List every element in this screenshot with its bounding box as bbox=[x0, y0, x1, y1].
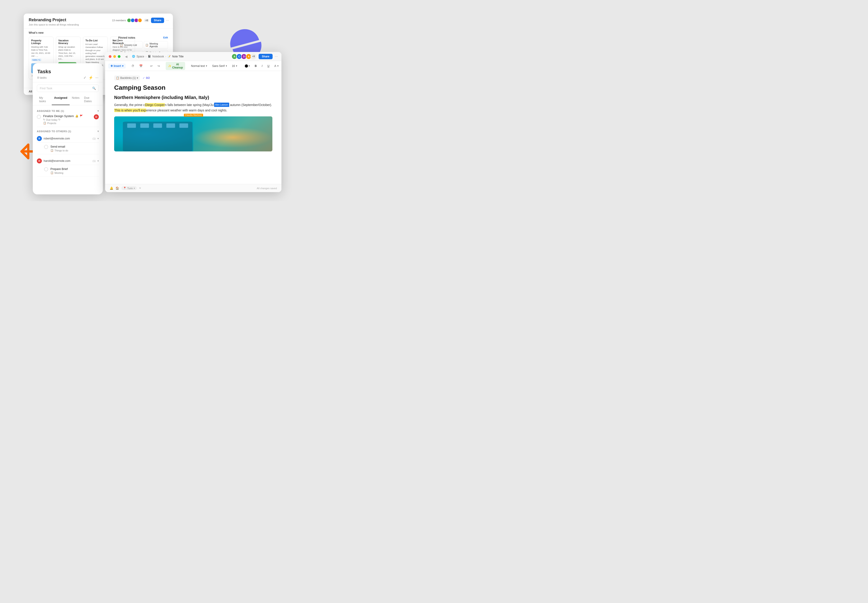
pinned-item-grocery[interactable]: 📋 Grocery List bbox=[118, 41, 142, 49]
note-paragraph: Generally, the prime cDiego Coopern fall… bbox=[114, 102, 272, 113]
task-note-ref: 📋 Meeting bbox=[50, 171, 99, 174]
nav-back-icon[interactable]: ◀ bbox=[125, 55, 127, 58]
tasks-search-bar[interactable]: Find Task 🔍 bbox=[37, 85, 99, 92]
chevron-down-icon: ▾ bbox=[97, 137, 99, 140]
font-dropdown[interactable]: Sans Serif bbox=[210, 63, 229, 68]
paragraph-text: autumn (September/October). bbox=[229, 103, 272, 107]
assignee-harold[interactable]: H harold@evernote.com (1) ▾ bbox=[37, 157, 99, 165]
pinned-item-label: Grocery List bbox=[124, 43, 137, 46]
location-label: Turin bbox=[127, 187, 133, 190]
task-checkbox[interactable] bbox=[44, 167, 48, 171]
undo-button[interactable]: ↩ bbox=[149, 63, 155, 68]
task-name: Finalize Design System bbox=[43, 114, 74, 118]
window-maximize-button[interactable] bbox=[118, 55, 121, 58]
task-project: 📋 Projects bbox=[43, 122, 91, 125]
tasks-title: Tasks bbox=[37, 69, 98, 74]
task-checkbox[interactable] bbox=[44, 145, 48, 149]
note-more-button[interactable]: ··· bbox=[275, 54, 278, 59]
rebranding-share-button[interactable]: Share bbox=[151, 18, 164, 23]
backlinks-button[interactable]: 📋 Backlinks (1) ▾ bbox=[114, 76, 140, 80]
user-cursor-diego: Diego Cooper bbox=[145, 103, 165, 107]
note-icon: 📋 bbox=[145, 43, 149, 46]
notification-bell-icon[interactable]: 🔔 bbox=[110, 187, 113, 190]
assignee-name: harold@evernote.com bbox=[43, 159, 91, 162]
italic-button[interactable]: I bbox=[260, 63, 264, 68]
tab-due-dates[interactable]: Due Dates bbox=[82, 94, 99, 105]
insert-label: Insert bbox=[114, 64, 121, 68]
assignee-robert[interactable]: R robert@evernote.com (1) ▾ bbox=[37, 135, 99, 142]
highlight-dropdown[interactable]: A bbox=[272, 63, 280, 68]
tab-my-tasks[interactable]: My tasks bbox=[37, 94, 52, 105]
members-badge: +9 bbox=[144, 19, 149, 22]
text-style-dropdown[interactable]: Normal text bbox=[189, 63, 209, 68]
breadcrumb: 🌐 Space › 📓 Notebook › 📝 Note Title bbox=[132, 55, 231, 58]
tab-assigned[interactable]: Assigned bbox=[52, 94, 70, 105]
breadcrumb-space[interactable]: Space bbox=[136, 55, 144, 58]
color-button[interactable]: ▾ bbox=[243, 63, 252, 68]
assignee-count: (1) bbox=[93, 137, 96, 140]
tasks-more-icon[interactable]: ··· bbox=[95, 76, 98, 80]
bell-icon: 🔔 bbox=[75, 114, 79, 118]
user-cursor-claudia-tag: Claudia Martinez bbox=[184, 114, 203, 117]
note-editor-window: ◀ 🌐 Space › 📓 Notebook › 📝 Note Title A … bbox=[105, 52, 282, 192]
svg-rect-8 bbox=[166, 124, 175, 128]
note-share-button[interactable]: Share bbox=[258, 54, 272, 59]
pinned-notes-title: Pinned notes bbox=[118, 36, 135, 39]
paragraph-text: Generally, the prime c bbox=[114, 103, 145, 107]
task-send-email[interactable]: Send email 📋 Things to do bbox=[37, 144, 99, 155]
note-statusbar: 🔔 🏠 📍 Turin ▾ ✕ All changes saved bbox=[105, 184, 282, 192]
members-count: 13 members bbox=[112, 19, 126, 22]
backlinks-icon: 📋 bbox=[116, 76, 119, 80]
task-prepare-brief[interactable]: Prepare Brief 📋 Meeting bbox=[37, 167, 99, 177]
window-close-button[interactable] bbox=[109, 55, 111, 58]
task-project-name: Projects bbox=[47, 122, 56, 125]
plus-icon: ✚ bbox=[111, 64, 113, 68]
paragraph-text: erience pleasant weather with warm days … bbox=[146, 108, 227, 112]
note-icon: 📋 bbox=[43, 122, 46, 125]
svg-rect-7 bbox=[153, 124, 162, 128]
assignee-count: (1) bbox=[93, 159, 96, 162]
pinned-item-meeting[interactable]: 📋 Meeting Agenda bbox=[144, 41, 168, 49]
flag-icon: 🚩 bbox=[80, 114, 83, 118]
breadcrumb-notebook[interactable]: Notebook bbox=[152, 55, 164, 58]
ai-cleanup-button[interactable]: ✨ AI Cleanup bbox=[166, 62, 185, 70]
chevron-down-icon: ▾ bbox=[97, 130, 99, 133]
insert-button[interactable]: ✚ Insert ▾ bbox=[108, 63, 126, 68]
svg-rect-5 bbox=[127, 124, 136, 128]
assigned-to-others-header[interactable]: ASSIGNED TO OTHERS (1) ▾ bbox=[37, 130, 99, 133]
tab-notes[interactable]: Notes bbox=[70, 94, 82, 105]
calendar-button[interactable]: 📅 bbox=[138, 63, 144, 68]
svg-rect-9 bbox=[179, 124, 188, 128]
card-text: Meeting with Yuki Date & Time;Tue, Jun 1… bbox=[31, 45, 51, 57]
redo-button[interactable]: ↪ bbox=[156, 63, 162, 68]
ai-cleanup-label: AI Cleanup bbox=[172, 63, 183, 69]
note-collaborators: A C D A +9 bbox=[233, 54, 256, 59]
underline-button[interactable]: U bbox=[266, 63, 271, 68]
task-finalize-design[interactable]: Finalize Design System 🔔 🚩 ↻ Due today ↻… bbox=[37, 114, 99, 127]
tasks-filter-icon[interactable]: ⚡ bbox=[88, 76, 93, 80]
note-icon: 📋 bbox=[120, 43, 123, 46]
font-size-dropdown[interactable]: 16 bbox=[230, 63, 239, 68]
note-body: 📋 Backlinks (1) ▾ ✓ 0/2 Camping Season N… bbox=[105, 71, 282, 182]
location-close-icon[interactable]: ✕ bbox=[139, 187, 141, 190]
collaborator-overflow-badge: +9 bbox=[251, 54, 256, 59]
assigned-to-me-header[interactable]: ASSIGNED TO ME (1) ▾ bbox=[37, 110, 99, 113]
tasks-check-icon[interactable]: ✓ bbox=[84, 76, 87, 80]
paragraph-text: n falls between late spring (May/Ju bbox=[165, 103, 214, 107]
tasks-tab-bar: My tasks Assigned Notes Due Dates bbox=[33, 94, 103, 105]
tasks-window: Tasks 8 tasks ✓ ⚡ ··· Find Task 🔍 My tas… bbox=[33, 63, 103, 194]
task-note-ref: 📋 Things to do bbox=[50, 149, 99, 152]
location-tag[interactable]: 📍 Turin ▾ bbox=[121, 186, 137, 190]
breadcrumb-note-title[interactable]: Note Title bbox=[172, 55, 184, 58]
bookmark-icon[interactable]: 🏠 bbox=[116, 187, 119, 190]
task-name: Prepare Brief bbox=[50, 167, 68, 171]
window-minimize-button[interactable] bbox=[113, 55, 116, 58]
task-checkbox[interactable] bbox=[37, 115, 41, 119]
timer-button[interactable]: ⏱ bbox=[130, 63, 136, 68]
chevron-down-icon: ▾ bbox=[97, 159, 99, 162]
bold-button[interactable]: B bbox=[253, 63, 258, 68]
task-name: Send email bbox=[50, 145, 65, 148]
rebranding-more-button[interactable]: ··· bbox=[166, 18, 169, 22]
pinned-edit-button[interactable]: Edit bbox=[163, 36, 168, 39]
chevron-down-icon: ▾ bbox=[122, 64, 124, 68]
